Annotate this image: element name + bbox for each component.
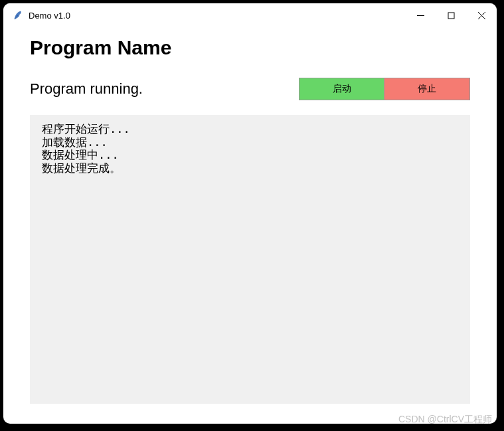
page-title: Program Name [30, 37, 470, 59]
titlebar: Demo v1.0 [3, 3, 497, 27]
status-row: Program running. 启动 停止 [30, 78, 470, 100]
log-output: 程序开始运行... 加载数据... 数据处理中... 数据处理完成。 [30, 115, 470, 404]
minimize-button[interactable] [405, 3, 436, 27]
content-area: Program Name Program running. 启动 停止 程序开始… [3, 27, 497, 424]
button-group: 启动 停止 [299, 78, 470, 100]
watermark: CSDN @CtrlCV工程师 [398, 414, 492, 426]
app-window: Demo v1.0 Program Name Program running. … [3, 3, 497, 424]
close-button[interactable] [466, 3, 497, 27]
window-controls [405, 3, 497, 27]
window-title: Demo v1.0 [29, 11, 70, 21]
status-text: Program running. [30, 80, 143, 98]
stop-button[interactable]: 停止 [384, 78, 469, 100]
feather-icon [13, 10, 23, 21]
maximize-button[interactable] [436, 3, 466, 27]
svg-rect-1 [448, 13, 454, 19]
start-button[interactable]: 启动 [299, 78, 384, 100]
